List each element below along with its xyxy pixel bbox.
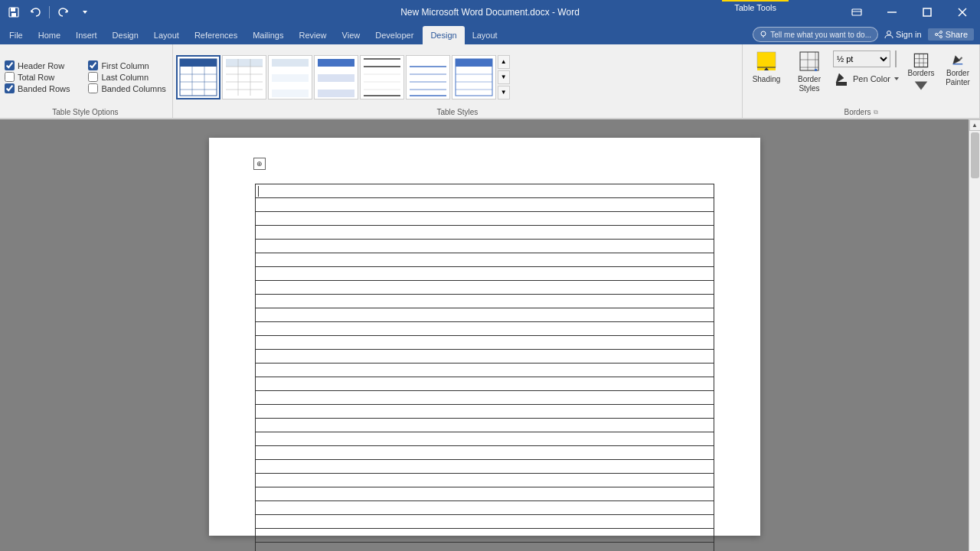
table-style-1[interactable] — [176, 55, 220, 99]
text-cursor — [258, 186, 259, 197]
tab-design-table[interactable]: Design — [423, 26, 464, 44]
table-cell[interactable] — [255, 308, 714, 322]
banded-rows-checkbox[interactable]: Banded Rows — [5, 83, 82, 93]
table-cell[interactable] — [255, 184, 714, 198]
maximize-button[interactable] — [910, 0, 945, 24]
tab-review[interactable]: Review — [292, 26, 335, 44]
pen-color-dropdown-icon — [893, 76, 900, 82]
border-painter-button[interactable]: BorderPainter — [941, 51, 975, 96]
svg-marker-63 — [815, 69, 817, 71]
first-column-input[interactable] — [88, 60, 98, 70]
redo-button[interactable] — [54, 3, 73, 21]
svg-rect-58 — [800, 52, 818, 70]
table-cell[interactable] — [255, 501, 714, 515]
table-cell[interactable] — [255, 460, 714, 474]
svg-rect-34 — [272, 90, 309, 97]
table-move-handle[interactable]: ⊕ — [253, 158, 266, 170]
table-cell[interactable] — [255, 253, 714, 267]
border-styles-button[interactable]: BorderStyles — [790, 47, 828, 95]
table-cell[interactable] — [255, 281, 714, 295]
border-painter-icon — [949, 52, 966, 69]
table-cell[interactable] — [255, 405, 714, 419]
svg-point-14 — [935, 34, 937, 36]
table-tools-label: Table Tools — [722, 0, 789, 12]
last-column-checkbox[interactable]: Last Column — [88, 72, 165, 82]
svg-marker-73 — [915, 82, 928, 90]
borders-button[interactable]: Borders — [904, 51, 938, 96]
total-row-checkbox[interactable]: Total Row — [5, 72, 82, 82]
tab-references[interactable]: References — [187, 26, 245, 44]
sign-in-button[interactable]: Sign in — [884, 30, 922, 39]
table-cell[interactable] — [255, 336, 714, 350]
tab-mailings[interactable]: Mailings — [245, 26, 291, 44]
border-styles-label: BorderStyles — [798, 75, 821, 93]
header-row-checkbox[interactable]: Header Row — [5, 60, 82, 70]
border-width-select[interactable]: ¼ pt ½ pt ¾ pt 1 pt 1½ pt — [833, 51, 890, 67]
tab-insert[interactable]: Insert — [68, 26, 105, 44]
border-styles-icon — [797, 49, 822, 73]
table-style-7[interactable] — [452, 55, 496, 99]
tab-view[interactable]: View — [335, 26, 368, 44]
undo-button[interactable] — [26, 3, 44, 21]
document-table[interactable] — [255, 184, 714, 551]
table-cell[interactable] — [255, 543, 714, 552]
share-button[interactable]: Share — [928, 28, 974, 41]
tell-me-input[interactable]: Tell me what you want to do... — [753, 27, 878, 42]
tab-design-page[interactable]: Design — [105, 26, 146, 44]
tab-layout-page[interactable]: Layout — [146, 26, 187, 44]
scroll-up-arrow[interactable]: ▲ — [969, 119, 981, 131]
table-style-options-group: Header Row First Column Total Row Last C… — [0, 44, 173, 118]
table-cell[interactable] — [255, 529, 714, 543]
banded-columns-input[interactable] — [88, 83, 98, 93]
borders-expand-icon[interactable]: ⧉ — [874, 109, 878, 116]
table-cell[interactable] — [255, 198, 714, 212]
last-column-input[interactable] — [88, 72, 98, 82]
minimize-button[interactable] — [874, 0, 910, 24]
table-style-3[interactable] — [268, 55, 312, 99]
vertical-scrollbar[interactable]: ▲ — [969, 119, 980, 551]
borders-label: Borders — [907, 69, 934, 77]
scrollbar-thumb[interactable] — [971, 132, 979, 178]
table-cell[interactable] — [255, 226, 714, 240]
gallery-more[interactable]: ▼ — [498, 86, 510, 99]
table-cell[interactable] — [255, 419, 714, 432]
total-row-input[interactable] — [5, 72, 15, 82]
table-cell[interactable] — [255, 267, 714, 281]
table-cell[interactable] — [255, 377, 714, 391]
tab-developer[interactable]: Developer — [368, 26, 421, 44]
table-cell[interactable] — [255, 391, 714, 405]
table-style-4[interactable] — [314, 55, 358, 99]
tab-home[interactable]: Home — [31, 26, 68, 44]
table-cell[interactable] — [255, 240, 714, 253]
table-cell[interactable] — [255, 364, 714, 377]
table-cell[interactable] — [255, 515, 714, 529]
gallery-scroll-down[interactable]: ▼ — [498, 70, 510, 84]
gallery-scroll-up[interactable]: ▲ — [498, 55, 510, 69]
shading-button[interactable]: Shading — [747, 47, 786, 85]
header-row-input[interactable] — [5, 60, 15, 70]
table-cell[interactable] — [255, 432, 714, 446]
svg-rect-54 — [757, 52, 776, 67]
banded-columns-checkbox[interactable]: Banded Columns — [88, 83, 165, 93]
table-cell[interactable] — [255, 474, 714, 487]
table-style-2[interactable] — [222, 55, 266, 99]
table-style-6[interactable] — [406, 55, 450, 99]
customize-qa-button[interactable] — [76, 3, 94, 21]
table-cell[interactable] — [255, 487, 714, 501]
banded-rows-input[interactable] — [5, 83, 15, 93]
svg-marker-3 — [83, 11, 87, 14]
table-style-5[interactable] — [360, 55, 404, 99]
tab-file[interactable]: File — [2, 26, 31, 44]
table-cell[interactable] — [255, 446, 714, 460]
close-button[interactable] — [945, 0, 980, 24]
table-cell[interactable] — [255, 295, 714, 308]
first-column-checkbox[interactable]: First Column — [88, 60, 165, 70]
ribbon-collapse-button[interactable] — [839, 0, 874, 24]
table-cell[interactable] — [255, 322, 714, 336]
save-button[interactable] — [5, 3, 23, 21]
tab-layout-table[interactable]: Layout — [465, 26, 505, 44]
document-page: ⊕ — [209, 138, 760, 536]
svg-line-17 — [937, 35, 939, 37]
table-cell[interactable] — [255, 350, 714, 364]
table-cell[interactable] — [255, 212, 714, 226]
